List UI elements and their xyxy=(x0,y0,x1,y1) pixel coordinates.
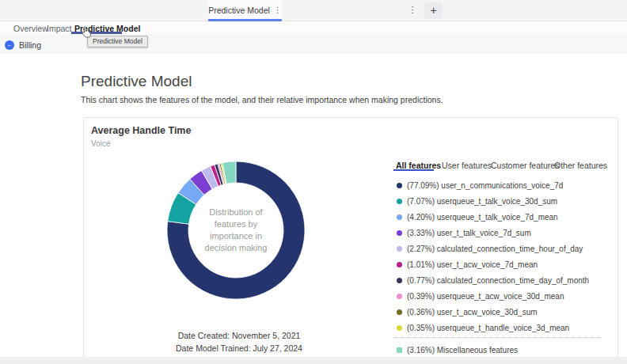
legend-item[interactable]: (3.33%) user_t_talk_voice_7d_sum xyxy=(397,228,531,237)
tab-predictive-model[interactable]: Predictive Model ⋮ xyxy=(208,0,282,20)
tooltip: Predictive Model xyxy=(87,36,148,47)
legend-dot-marker xyxy=(397,246,402,252)
legend-item[interactable]: (4.20%) userqueue_t_talk_voice_7d_mean xyxy=(397,212,558,222)
page-title: Predictive Model xyxy=(81,73,192,90)
legend-item[interactable]: (0.36%) user_t_acw_voice_30d_sum xyxy=(397,308,538,317)
legend-dot-marker xyxy=(397,214,402,220)
legend-label: (0.39%) userqueue_t_acw_voice_30d_mean xyxy=(407,292,564,301)
legend-item[interactable]: (0.77%) calculated_connection_time_day_o… xyxy=(397,276,589,286)
card-subtitle: Voice xyxy=(91,139,110,148)
subnav-item-overview[interactable]: Overview xyxy=(13,24,48,33)
legend-item[interactable]: (2.27%) calculated_connection_time_hour_… xyxy=(397,244,583,253)
legend-dot-marker xyxy=(397,199,402,204)
legend-label: (4.20%) userqueue_t_talk_voice_7d_mean xyxy=(407,213,558,222)
donut-center-line: Distribution of xyxy=(180,207,291,218)
date-model-trained: Date Model Trained: July 27, 2024 xyxy=(128,343,350,353)
legend-square-marker xyxy=(397,347,402,353)
kebab-icon[interactable]: ⋮ xyxy=(274,6,282,14)
card-title: Average Handle Time xyxy=(91,125,191,136)
subnav-item-impact[interactable]: Impact xyxy=(47,24,72,33)
back-arrow-icon[interactable]: ← xyxy=(5,40,14,50)
legend-separator xyxy=(393,337,602,338)
legend-label: (0.36%) user_t_acw_voice_30d_sum xyxy=(407,308,538,317)
donut-center-line: features by xyxy=(180,218,291,230)
legend-item[interactable]: (77.09%) user_n_communications_voice_7d xyxy=(397,180,563,190)
legend-label: (3.33%) user_t_talk_voice_7d_sum xyxy=(407,229,531,237)
legend-dot-marker xyxy=(397,262,402,267)
legend-dot-marker xyxy=(397,278,402,283)
legend-item[interactable]: (7.07%) userqueue_t_talk_voice_30d_sum xyxy=(397,196,557,206)
page-description: This chart shows the features of the mod… xyxy=(81,95,443,104)
legend-dot-marker xyxy=(397,309,402,315)
donut-center-text: Distribution of features by importance i… xyxy=(180,207,291,254)
legend-item[interactable]: (0.35%) userqueue_t_handle_voice_3d_mean xyxy=(397,324,569,333)
legend-dot-marker xyxy=(397,183,402,188)
legend-item[interactable]: (3.16%) Miscellaneous features xyxy=(397,345,518,355)
legend-dot-marker xyxy=(397,230,402,236)
legend-label: (0.77%) calculated_connection_time_day_o… xyxy=(407,276,589,285)
legend-label: (77.09%) user_n_communications_voice_7d xyxy=(407,181,563,190)
legend-item[interactable]: (0.39%) userqueue_t_acw_voice_30d_mean xyxy=(397,292,564,301)
donut-center-line: importance in xyxy=(180,230,291,242)
feature-legend: (77.09%) user_n_communications_voice_7d(… xyxy=(393,0,618,364)
billing-link[interactable]: Billing xyxy=(19,40,41,50)
legend-label: (3.16%) Miscellaneous features xyxy=(407,346,518,355)
legend-label: (2.27%) calculated_connection_time_hour_… xyxy=(407,245,583,253)
mouse-cursor-icon xyxy=(82,25,92,41)
legend-label: (0.35%) userqueue_t_handle_voice_3d_mean xyxy=(407,324,569,332)
date-created: Date Created: November 5, 2021 xyxy=(128,331,350,340)
legend-dot-marker xyxy=(397,325,402,331)
legend-label: (7.07%) userqueue_t_talk_voice_30d_sum xyxy=(407,197,557,206)
legend-label: (1.01%) user_t_acw_voice_7d_mean xyxy=(407,260,538,269)
legend-item[interactable]: (1.01%) user_t_acw_voice_7d_mean xyxy=(397,260,538,270)
page-bottom-strip xyxy=(0,357,627,364)
tab-label: Predictive Model xyxy=(208,6,270,15)
legend-dot-marker xyxy=(397,294,402,299)
donut-center-line: decision making xyxy=(180,242,291,254)
